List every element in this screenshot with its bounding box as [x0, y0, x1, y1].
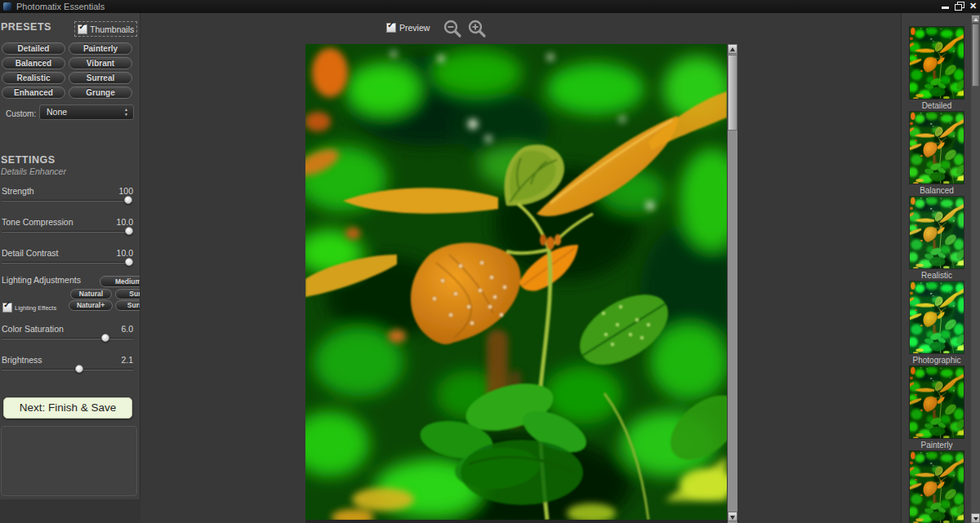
preview-bottom-strip — [305, 520, 738, 523]
minimize-button[interactable] — [939, 1, 951, 11]
preset-thumbnails-panel: Detailed Balanced Realistic Photographic… — [901, 13, 971, 523]
slider-thumb[interactable] — [124, 196, 132, 204]
custom-preset-dropdown[interactable]: None ▲▼ — [39, 104, 134, 120]
thumbnail-label: Balanced — [902, 186, 971, 195]
lighting-button-medium[interactable]: Medium — [100, 276, 140, 287]
empty-group-box — [1, 426, 137, 496]
presets-header: PRESETS — [1, 21, 51, 33]
slider-thumb[interactable] — [101, 334, 109, 342]
thumbnail-label: Painterly — [902, 441, 971, 450]
thumbnail-realistic[interactable]: Realistic — [902, 197, 971, 280]
slider-thumb[interactable] — [75, 365, 83, 373]
scroll-up-button[interactable] — [728, 44, 737, 54]
custom-preset-value: None — [47, 107, 67, 117]
presets-settings-panel: PRESETS ✓Thumbnails Detailed Painterly B… — [0, 13, 140, 499]
scroll-down-icon — [730, 516, 735, 520]
dropdown-spinner-icon: ▲▼ — [124, 107, 128, 117]
thumbnail-detailed[interactable]: Detailed — [902, 27, 971, 110]
thumbnail-image — [910, 281, 964, 353]
scroll-down-button[interactable] — [728, 512, 737, 521]
app-window: Photomatix Essentials ✕ PRESETS ✓Thumbna… — [0, 0, 980, 523]
next-finish-save-button[interactable]: Next: Finish & Save — [3, 397, 132, 419]
slider-label: Color Saturation — [2, 324, 64, 334]
title-bar[interactable]: Photomatix Essentials ✕ — [0, 0, 980, 13]
close-icon: ✕ — [967, 1, 979, 11]
thumbnail-image — [910, 366, 964, 438]
slider-value: 10.0 — [117, 248, 133, 258]
restore-button[interactable] — [953, 1, 965, 11]
scrollbar-thumb[interactable] — [728, 55, 737, 131]
slider-brightness: Brightness 2.1 — [2, 355, 133, 375]
thumbnail-photographic[interactable]: Photographic — [902, 281, 971, 365]
preview-image[interactable] — [305, 44, 727, 520]
preset-button-vibrant[interactable]: Vibrant — [69, 57, 132, 69]
preset-button-balanced[interactable]: Balanced — [2, 57, 65, 69]
preview-scrollbar[interactable] — [728, 44, 737, 523]
close-button[interactable]: ✕ — [967, 1, 979, 11]
thumbnail-image — [910, 197, 964, 268]
slider-label: Detail Contrast — [2, 248, 58, 258]
slider-color-saturation: Color Saturation 6.0 — [2, 324, 133, 343]
scroll-down-icon — [973, 517, 978, 521]
slider-thumb[interactable] — [125, 227, 133, 235]
scroll-up-button[interactable] — [971, 15, 980, 24]
checkbox-icon: ✓ — [386, 23, 396, 33]
preset-button-grunge[interactable]: Grunge — [69, 86, 132, 99]
lighting-effects-checkbox[interactable]: ✓Lighting Effects — [2, 303, 56, 312]
scroll-up-icon — [730, 47, 735, 51]
app-icon — [3, 2, 11, 11]
thumbnails-checkbox[interactable]: ✓Thumbnails — [74, 21, 137, 37]
thumbnail-image — [910, 27, 964, 99]
lighting-button-natural-plus[interactable]: Natural+ — [69, 300, 113, 311]
thumbnail-label: Realistic — [902, 271, 971, 280]
thumbnail-balanced[interactable]: Balanced — [902, 112, 971, 195]
window-scrollbar[interactable] — [971, 15, 980, 523]
thumbnails-checkbox-label: Thumbnails — [90, 24, 134, 34]
thumbnail-image — [910, 112, 964, 184]
slider-track[interactable] — [2, 200, 133, 202]
slider-value: 6.0 — [121, 324, 133, 334]
slider-label: Strength — [2, 186, 34, 196]
thumbnail-label: Photographic — [902, 356, 971, 365]
lighting-effects-label: Lighting Effects — [15, 304, 56, 312]
thumbnail-image — [910, 451, 964, 523]
window-title: Photomatix Essentials — [16, 0, 105, 13]
lighting-button-surreal-plus[interactable]: Surreal+ — [115, 300, 140, 311]
scroll-up-icon — [973, 18, 978, 21]
preset-button-grid: Detailed Painterly Balanced Vibrant Real… — [2, 42, 132, 99]
thumbnail-partial[interactable] — [902, 451, 971, 523]
slider-thumb[interactable] — [125, 258, 133, 266]
slider-label: Tone Compression — [2, 217, 74, 227]
slider-track[interactable] — [2, 369, 133, 370]
slider-value: 10.0 — [117, 217, 133, 227]
thumbnail-label: Detailed — [902, 101, 971, 110]
lighting-button-surreal[interactable]: Surreal — [115, 289, 140, 299]
zoom-out-icon[interactable] — [443, 19, 462, 38]
slider-detail-contrast: Detail Contrast 10.0 — [2, 248, 133, 268]
preset-button-painterly[interactable]: Painterly — [69, 42, 132, 55]
minimize-icon — [942, 7, 949, 9]
preset-button-enhanced[interactable]: Enhanced — [2, 86, 65, 99]
slider-track[interactable] — [2, 262, 133, 264]
scrollbar-thumb[interactable] — [972, 24, 979, 86]
slider-tone-compression: Tone Compression 10.0 — [2, 217, 133, 237]
zoom-in-icon[interactable] — [467, 19, 487, 38]
preview-checkbox-label: Preview — [399, 23, 430, 33]
slider-track[interactable] — [2, 231, 133, 233]
settings-subheader: Details Enhancer — [1, 166, 66, 176]
slider-track[interactable] — [2, 338, 133, 339]
checkbox-icon: ✓ — [78, 24, 87, 34]
slider-label: Brightness — [2, 355, 42, 365]
lighting-button-natural[interactable]: Natural — [70, 289, 112, 299]
preview-checkbox[interactable]: ✓Preview — [386, 22, 430, 33]
checkbox-icon: ✓ — [2, 303, 12, 312]
thumbnail-painterly[interactable]: Painterly — [902, 366, 971, 450]
preset-button-surreal[interactable]: Surreal — [69, 72, 132, 84]
preset-button-realistic[interactable]: Realistic — [2, 72, 65, 84]
preset-button-detailed[interactable]: Detailed — [2, 42, 65, 55]
lighting-adjustments-label: Lighting Adjustments — [2, 275, 81, 285]
scroll-down-button[interactable] — [971, 513, 980, 523]
custom-label: Custom: — [6, 109, 36, 118]
slider-value: 2.1 — [121, 355, 133, 365]
preview-photo-art — [305, 44, 727, 520]
